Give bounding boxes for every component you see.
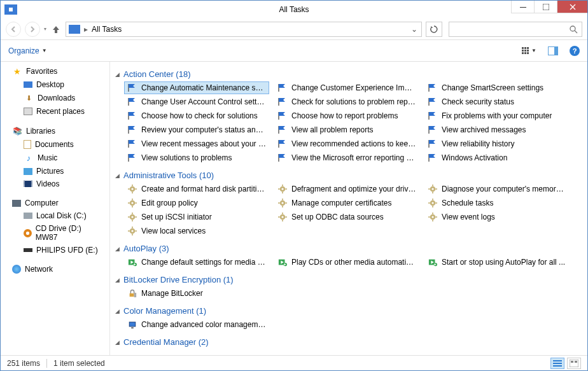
- group-name: BitLocker Drive Encryption (1): [123, 275, 234, 284]
- task-item[interactable]: Review your computer's status and r...: [124, 123, 269, 136]
- task-label: View event logs: [442, 213, 495, 221]
- task-item[interactable]: Manage BitLocker: [124, 287, 269, 300]
- task-item[interactable]: Play CDs or other media automatically: [274, 256, 419, 269]
- organize-menu[interactable]: Organize ▼: [8, 46, 47, 55]
- group-header[interactable]: ◢Color Management (1): [115, 304, 585, 317]
- task-item[interactable]: View recommended actions to keep ...: [274, 137, 419, 150]
- flag-icon: [277, 111, 288, 120]
- libraries-header[interactable]: Libraries: [1, 124, 109, 138]
- command-bar: Organize ▼ ▼ ?: [1, 40, 587, 62]
- group-header[interactable]: ◢Action Center (18): [115, 67, 585, 80]
- task-item[interactable]: Change default settings for media or...: [124, 256, 269, 269]
- group-header[interactable]: ◢AutoPlay (3): [115, 241, 585, 255]
- back-button[interactable]: [6, 22, 21, 37]
- favorites-header[interactable]: Favorites: [1, 64, 109, 78]
- sidebar-item-local-disk[interactable]: Local Disk (C:): [1, 209, 109, 222]
- task-item[interactable]: Check security status: [424, 95, 570, 108]
- minimize-button[interactable]: [511, 1, 534, 13]
- task-label: Change SmartScreen settings: [442, 83, 543, 92]
- task-label: View solutions to problems: [141, 153, 232, 162]
- task-item[interactable]: View local services: [124, 225, 269, 237]
- search-box[interactable]: [449, 22, 582, 37]
- collapse-icon: ◢: [115, 172, 120, 179]
- task-label: Fix problems with your computer: [442, 111, 552, 120]
- task-item[interactable]: Schedule tasks: [424, 197, 570, 209]
- details-view-button[interactable]: [550, 358, 564, 369]
- breadcrumb-separator: ▸: [84, 25, 88, 34]
- flag-icon: [277, 153, 288, 162]
- history-dropdown[interactable]: ▾: [44, 26, 46, 32]
- task-item[interactable]: Diagnose your computer's memory ...: [424, 183, 570, 195]
- icons-view-button[interactable]: [567, 358, 581, 369]
- forward-button[interactable]: [25, 22, 40, 37]
- task-item[interactable]: Manage computer certificates: [274, 197, 419, 209]
- task-item[interactable]: Change User Account Control settings: [124, 95, 269, 108]
- task-item[interactable]: Change SmartScreen settings: [424, 81, 570, 94]
- task-item[interactable]: View solutions to problems: [124, 151, 269, 164]
- task-item[interactable]: View event logs: [424, 211, 570, 223]
- group-header[interactable]: ◢Administrative Tools (10): [115, 168, 585, 181]
- task-item[interactable]: Edit group policy: [124, 197, 269, 209]
- task-label: Defragment and optimize your drives: [291, 185, 416, 193]
- network-header[interactable]: Network: [1, 263, 109, 276]
- task-item[interactable]: Set up ODBC data sources: [274, 211, 419, 223]
- task-item[interactable]: Defragment and optimize your drives: [274, 183, 419, 195]
- task-label: View recent messages about your co...: [141, 139, 266, 148]
- address-bar[interactable]: ▸ All Tasks ⌄: [66, 22, 422, 37]
- task-item[interactable]: Choose how to check for solutions: [124, 109, 269, 122]
- task-label: View local services: [141, 227, 206, 235]
- maximize-button[interactable]: [534, 1, 557, 13]
- task-label: Check for solutions to problem repo...: [291, 97, 416, 106]
- group-header[interactable]: ◢BitLocker Drive Encryption (1): [115, 272, 585, 286]
- task-item[interactable]: Fix problems with your computer: [424, 109, 570, 122]
- items-grid: Change Automatic Maintenance set...Chang…: [115, 81, 585, 164]
- sidebar-item-recent[interactable]: Recent places: [1, 105, 109, 118]
- sidebar-item-downloads[interactable]: Downloads: [1, 91, 109, 105]
- sidebar-item-usb-drive[interactable]: PHILIPS UFD (E:): [1, 244, 109, 256]
- music-icon: [24, 153, 34, 163]
- color-icon: [127, 320, 137, 329]
- task-item[interactable]: View all problem reports: [274, 123, 419, 136]
- up-button[interactable]: [50, 25, 62, 34]
- group-name: Color Management (1): [123, 306, 206, 316]
- task-item[interactable]: View the Microsoft error reporting pr...: [274, 151, 419, 164]
- sidebar-item-videos[interactable]: Videos: [1, 178, 109, 190]
- task-item[interactable]: Check for solutions to problem repo...: [274, 95, 419, 108]
- task-item[interactable]: Change advanced color manageme...: [124, 318, 269, 331]
- task-item[interactable]: Change Customer Experience Impro...: [274, 81, 419, 94]
- task-item[interactable]: View archived messages: [424, 123, 570, 136]
- task-item[interactable]: Start or stop using AutoPlay for all ...: [424, 256, 570, 269]
- sidebar-item-cd-drive[interactable]: CD Drive (D:) MW87: [1, 222, 109, 244]
- content-pane[interactable]: ◢Action Center (18)Change Automatic Main…: [110, 62, 587, 355]
- task-item[interactable]: Set up iSCSI initiator: [124, 211, 269, 223]
- task-item[interactable]: Windows Activation: [424, 151, 570, 164]
- task-item[interactable]: Change Automatic Maintenance set...: [124, 81, 269, 94]
- items-grid: Change advanced color manageme...: [115, 318, 585, 331]
- address-dropdown[interactable]: ⌄: [410, 25, 419, 34]
- grid-icon: [522, 47, 529, 54]
- preview-pane-button[interactable]: [548, 46, 558, 55]
- task-item[interactable]: View reliability history: [424, 137, 570, 150]
- sidebar-item-documents[interactable]: Documents: [1, 138, 109, 151]
- task-item[interactable]: Choose how to report problems: [274, 109, 419, 122]
- task-item[interactable]: Create and format hard disk partitions: [124, 183, 269, 195]
- gear-icon: [127, 199, 137, 207]
- sidebar-item-desktop[interactable]: Desktop: [1, 78, 109, 91]
- recent-icon: [24, 108, 32, 115]
- svg-rect-5: [553, 360, 562, 361]
- sidebar-item-pictures[interactable]: Pictures: [1, 165, 109, 178]
- play-icon: [127, 258, 137, 267]
- sidebar-item-music[interactable]: Music: [1, 151, 109, 165]
- computer-header[interactable]: Computer: [1, 197, 109, 209]
- gear-icon: [428, 199, 438, 207]
- organize-label: Organize: [8, 46, 39, 55]
- search-input[interactable]: [453, 25, 569, 34]
- group-name: Administrative Tools (10): [123, 171, 214, 180]
- help-button[interactable]: ?: [570, 46, 580, 56]
- close-button[interactable]: [557, 1, 587, 13]
- task-item[interactable]: View recent messages about your co...: [124, 137, 269, 150]
- view-options-button[interactable]: ▼: [522, 47, 536, 54]
- refresh-button[interactable]: [426, 22, 442, 37]
- breadcrumb[interactable]: All Tasks: [92, 25, 406, 34]
- group-header[interactable]: ◢Credential Manager (2): [115, 335, 585, 348]
